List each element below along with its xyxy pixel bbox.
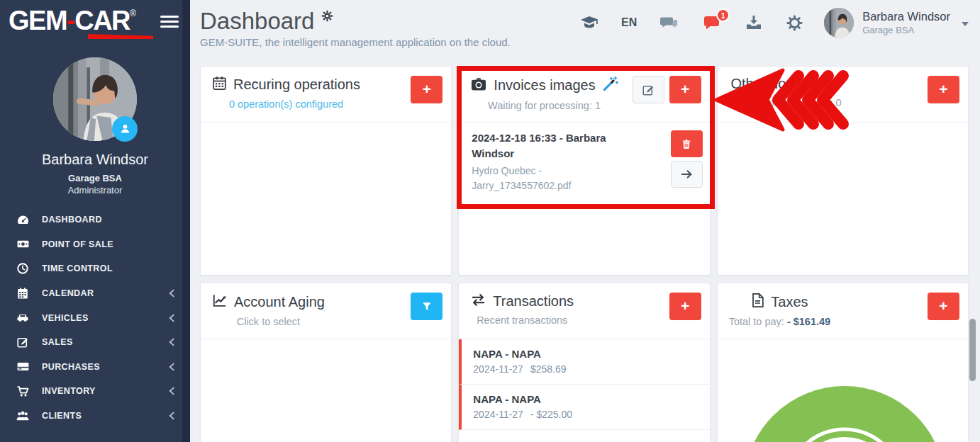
money-bill-icon xyxy=(15,237,30,251)
hamburger-menu-icon[interactable] xyxy=(160,16,179,30)
academy-graduation-cap-icon[interactable] xyxy=(580,15,598,30)
card-subtitle: Recent transactions xyxy=(477,314,567,326)
add-transaction-button[interactable]: + xyxy=(669,293,701,320)
invoice-item-filename: Hydro Quebec - Jarry_1734557602.pdf xyxy=(472,164,640,194)
card-title: Account Aging xyxy=(234,294,325,310)
card-recurring-operations: Recuring operations 0 operation(s) confi… xyxy=(200,66,452,276)
card-title: Other documents xyxy=(730,76,839,92)
users-icon xyxy=(15,409,30,423)
add-document-button[interactable]: + xyxy=(928,76,959,103)
gem-car-dashboard: GEM-CAR® xyxy=(0,0,980,442)
filter-account-aging-button[interactable] xyxy=(411,293,442,320)
add-recurring-operation-button[interactable]: + xyxy=(411,76,442,103)
transaction-date: 2024-11-27 xyxy=(473,363,523,375)
arrow-right-icon xyxy=(680,169,694,180)
card-title: Recuring operations xyxy=(233,76,360,93)
recurring-operations-link[interactable]: 0 operation(s) configured xyxy=(229,98,343,110)
credit-card-icon xyxy=(15,360,30,373)
delete-invoice-button[interactable] xyxy=(671,130,703,157)
chevron-left-icon xyxy=(169,338,174,346)
language-selector[interactable]: EN xyxy=(621,16,637,29)
document-icon xyxy=(751,293,764,311)
magic-wand-icon[interactable] xyxy=(602,76,618,95)
sidebar-user-company: Garage BSA xyxy=(0,173,190,183)
pencil-square-icon xyxy=(642,84,655,96)
sidebar-user-role: Administrator xyxy=(0,185,190,196)
calendar-icon xyxy=(212,76,227,94)
sidebar: GEM-CAR® xyxy=(0,0,190,442)
header-user-name: Barbara Windsor xyxy=(862,10,950,24)
header-avatar[interactable] xyxy=(824,8,854,38)
card-taxes: Taxes Total to pay: - $161.49 + xyxy=(717,283,969,442)
chevron-left-icon xyxy=(169,387,174,395)
chat-bubbles-icon[interactable] xyxy=(659,15,678,30)
chevron-left-icon xyxy=(169,314,174,322)
taxes-total-label: Total to pay: xyxy=(729,316,787,327)
transaction-name: NAPA - NAPA xyxy=(473,393,698,405)
transaction-row[interactable]: NAPA - NAPA 2024-11-27$258.69 xyxy=(459,339,709,385)
sidebar-item-time-control[interactable]: TIME CONTROL xyxy=(0,256,190,281)
card-title: Invoices images xyxy=(494,77,595,94)
chevron-left-icon xyxy=(169,289,174,298)
calendar-icon xyxy=(15,287,30,300)
taxes-total-value: - $161.49 xyxy=(787,316,830,327)
plus-icon: + xyxy=(939,298,947,313)
plus-icon: + xyxy=(681,298,689,313)
sidebar-item-sales[interactable]: SALES xyxy=(0,330,190,355)
trash-icon xyxy=(681,138,692,150)
sidebar-item-point-of-sale[interactable]: POINT OF SALE xyxy=(0,232,190,256)
exchange-arrows-icon xyxy=(470,293,486,310)
sidebar-item-inventory[interactable]: INVENTORY xyxy=(0,379,190,404)
transaction-name: NAPA - NAPA xyxy=(473,348,698,360)
edit-invoices-button[interactable] xyxy=(633,76,664,103)
sidebar-item-vehicles[interactable]: VEHICLES xyxy=(0,305,190,330)
main-scrollbar-thumb[interactable] xyxy=(969,319,976,381)
process-invoice-button[interactable] xyxy=(671,161,703,188)
person-icon xyxy=(118,122,132,135)
account-aging-select[interactable]: Click to select xyxy=(237,316,300,327)
topbar: EN 1 xyxy=(580,0,969,45)
gem-car-logo: GEM-CAR® xyxy=(9,7,153,35)
car-icon xyxy=(15,311,30,325)
chart-line-icon xyxy=(212,293,228,311)
chevron-left-icon xyxy=(169,363,174,371)
card-other-documents: Other documents Waiting for processing: … xyxy=(717,66,969,276)
avatar-status-badge[interactable] xyxy=(112,116,138,142)
filter-funnel-icon xyxy=(421,301,433,312)
notifications-icon[interactable]: 1 xyxy=(703,15,721,30)
sidebar-item-dashboard[interactable]: DASHBOARD xyxy=(0,208,190,232)
invoice-item-title: 2024-12-18 16:33 - Barbara Windsor xyxy=(472,130,640,162)
taxes-donut-chart xyxy=(728,385,962,442)
transaction-amount: - $225.00 xyxy=(530,409,572,420)
sidebar-item-purchases[interactable]: PURCHASES xyxy=(0,354,190,379)
add-invoice-image-button[interactable]: + xyxy=(669,76,701,103)
card-account-aging: Account Aging Click to select xyxy=(200,283,452,442)
chevron-down-icon[interactable] xyxy=(962,22,969,26)
header-user-company: Garage BSA xyxy=(862,25,950,36)
dashboard-cards-grid: Recuring operations 0 operation(s) confi… xyxy=(200,66,969,442)
page-settings-gear-icon[interactable] xyxy=(321,10,333,25)
transaction-row[interactable]: NAPA - NAPA 2024-11-27- $225.00 xyxy=(459,385,709,430)
pencil-square-icon xyxy=(15,336,30,348)
sidebar-item-calendar[interactable]: CALENDAR xyxy=(0,281,190,306)
card-invoices-images: Invoices images Waiting for processing: … xyxy=(458,66,710,276)
card-title: Transactions xyxy=(493,293,574,310)
header-user-block[interactable]: Barbara Windsor Garage BSA xyxy=(862,10,950,35)
card-subtitle: Waiting for processing: 1 xyxy=(488,100,601,111)
sidebar-scrollbar-track[interactable] xyxy=(182,0,190,442)
plus-icon: + xyxy=(423,81,431,96)
add-tax-button[interactable]: + xyxy=(928,293,959,320)
clock-icon xyxy=(15,262,30,275)
chevron-left-icon xyxy=(169,412,174,420)
notification-count-badge: 1 xyxy=(716,8,730,22)
card-transactions: Transactions Recent transactions + NAPA … xyxy=(458,283,710,442)
transaction-amount: $258.69 xyxy=(530,363,567,375)
settings-gear-icon[interactable] xyxy=(786,15,803,31)
cart-icon xyxy=(15,385,30,398)
download-icon[interactable] xyxy=(745,15,762,30)
plus-icon: + xyxy=(681,81,689,96)
card-subtitle: Waiting for processing: 0 xyxy=(729,97,842,108)
transaction-date: 2024-11-27 xyxy=(473,409,523,420)
sidebar-item-clients[interactable]: CLIENTS xyxy=(0,404,190,429)
main-content: Dashboard GEM-SUITE, the intelligent man… xyxy=(190,0,980,442)
